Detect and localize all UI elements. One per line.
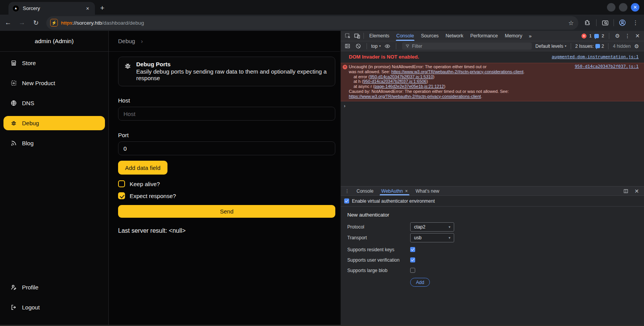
bug-icon [124,62,132,70]
sidebar-footer: Profile Logout [0,280,108,325]
devtools: Elements Console Sources Network Perform… [341,31,644,325]
console-settings-icon[interactable]: ⚙ [633,43,640,49]
hidden-messages-label[interactable]: 4 hidden [613,44,630,49]
live-expression-eye-icon[interactable] [383,42,392,50]
browser-toolbar: ← → ↻ ⚡ https://sorcery.htb/dashboard/de… [0,15,644,31]
devtools-tab-memory[interactable]: Memory [501,31,526,41]
new-authenticator-title: New authenticator [347,212,644,218]
sidebar-item-dns[interactable]: DNS [3,96,105,110]
device-toolbar-icon[interactable] [352,32,362,40]
url-host: ://sorcery.htb [72,20,102,26]
devtools-panel-search-icon[interactable] [600,17,610,28]
enable-virtual-authenticator-row: Enable virtual authenticator environment [341,196,644,207]
execution-context-selector[interactable]: top▾ [371,44,381,49]
default-levels-dropdown[interactable]: Default levels▾ [536,44,566,49]
source-link[interactable]: 950-d14ca20347b2f037.js:1 [575,64,639,69]
keep-alive-checkbox[interactable] [118,180,125,187]
devtools-close-button[interactable]: ✕ [634,33,641,39]
new-tab-button[interactable]: + [97,3,107,13]
port-input[interactable] [118,141,335,155]
breadcrumb-debug[interactable]: Debug [118,38,135,44]
clear-console-icon[interactable] [354,42,362,50]
large-blob-label: Supports large blob [347,268,410,273]
sidebar-item-profile[interactable]: Profile [3,280,105,294]
console-sidebar-toggle-icon[interactable] [343,42,352,50]
host-input[interactable] [118,107,335,121]
card-description: Easily debug ports by sending raw data t… [136,68,330,81]
devtools-settings-icon[interactable]: ⚙ [614,33,621,39]
drawer-tab-whats-new[interactable]: What's new [412,187,443,195]
devtools-tabbar: Elements Console Sources Network Perform… [341,31,644,41]
transport-select[interactable]: usb ▼ [410,233,454,242]
url-scheme: https [61,20,72,26]
webauthn-spec-link[interactable]: https://www.w3.org/TR/webauthn-2/#sctn-p… [349,94,481,99]
close-webauthn-tab-icon[interactable]: × [405,188,408,194]
site-security-badge-icon[interactable]: ⚡ [50,19,58,27]
sidebar-item-blog[interactable]: Blog [3,136,105,150]
devtools-tab-network[interactable]: Network [442,31,467,41]
issues-bubble-icon[interactable] [594,34,599,38]
stack-frame-link[interactable]: page-146d2e2e37e05e1b.js:21:1212 [375,84,444,89]
source-link[interactable]: augmented-dom-instrumentation.js:1 [552,54,639,59]
bookmark-star-icon[interactable]: ☆ [568,19,574,27]
window-close-button[interactable]: ✕ [631,3,639,12]
tab-close-button[interactable]: × [84,5,91,12]
issues-counter[interactable]: 2 Issues: 2 [575,44,604,49]
devtools-tab-performance[interactable]: Performance [467,31,502,41]
more-tabs-icon[interactable]: » [526,33,534,39]
devtools-tab-console[interactable]: Console [393,31,418,41]
reload-button[interactable]: ↻ [30,17,42,29]
extensions-icon[interactable] [582,17,593,28]
devtools-menu-icon[interactable]: ⋮ [624,33,631,39]
inspect-element-icon[interactable] [343,32,352,40]
stack-frame-link[interactable]: 950-d14ca20347b2f037.js:1:6506 [363,79,426,84]
protocol-select[interactable]: ctap2 ▼ [410,222,454,232]
drawer-close-button[interactable]: ✕ [633,188,640,194]
devtools-tab-elements[interactable]: Elements [366,31,393,41]
sidebar-item-store[interactable]: Store [3,56,105,70]
address-bar[interactable]: ⚡ https://sorcery.htb/dashboard/debug ☆ [46,16,578,30]
split-panel-icon[interactable] [623,188,629,194]
store-icon [10,60,17,66]
sidebar-item-logout[interactable]: Logout [3,300,105,314]
error-badge-icon[interactable]: ✕ [581,34,587,39]
keep-alive-label: Keep alive? [130,181,160,187]
filter-placeholder: Filter [412,44,423,49]
chevron-down-icon: ▼ [448,236,451,240]
expect-response-checkbox[interactable] [118,192,125,199]
enable-virtual-authenticator-checkbox[interactable] [344,198,349,203]
url-text: https://sorcery.htb/dashboard/debug [61,20,144,26]
user-verification-checkbox[interactable] [410,257,415,262]
back-button[interactable]: ← [2,17,14,29]
large-blob-row: Supports large blob [347,265,644,276]
drawer-tab-webauthn[interactable]: WebAuthn × [377,187,412,195]
profile-avatar[interactable] [617,17,628,28]
webauthn-spec-link[interactable]: https://www.w3.org/TR/webauthn-2/#sctn-p… [391,69,523,74]
chevron-down-icon: ▼ [448,225,451,229]
devtools-tab-sources[interactable]: Sources [418,31,442,41]
resident-keys-row: Supports resident keys [347,244,644,255]
add-authenticator-button[interactable]: Add [410,278,430,287]
drawer-menu-icon[interactable]: ⋮ [342,188,353,194]
browser-tab[interactable]: ▲ Sorcery × [8,2,95,15]
last-server-result: Last server result: <null> [118,227,335,234]
logout-icon [10,304,17,311]
forward-button[interactable]: → [16,17,28,29]
add-data-field-button[interactable]: Add data field [118,161,167,175]
console-messages: DOM Invader is NOT enabled. augmented-do… [341,51,644,186]
sidebar-item-new-product[interactable]: New Product [3,76,105,90]
sidebar-item-debug[interactable]: Debug [3,116,105,130]
browser-menu-button[interactable]: ⋮ [630,17,641,28]
maximize-button[interactable] [619,3,627,12]
stack-frame-link[interactable]: 950-d14ca20347b2f037.js:1:5310 [370,74,433,79]
send-button[interactable]: Send [118,205,335,218]
resident-keys-checkbox[interactable] [410,247,415,252]
profile-edit-icon [10,284,17,291]
user-verification-label: Supports user verification [347,257,410,263]
drawer-tab-console[interactable]: Console [353,187,377,195]
minimize-button[interactable] [607,3,615,12]
console-prompt[interactable]: › [341,101,644,108]
console-filter-input[interactable]: Filter [402,42,532,50]
funnel-icon [405,44,410,49]
large-blob-checkbox[interactable] [410,268,415,273]
